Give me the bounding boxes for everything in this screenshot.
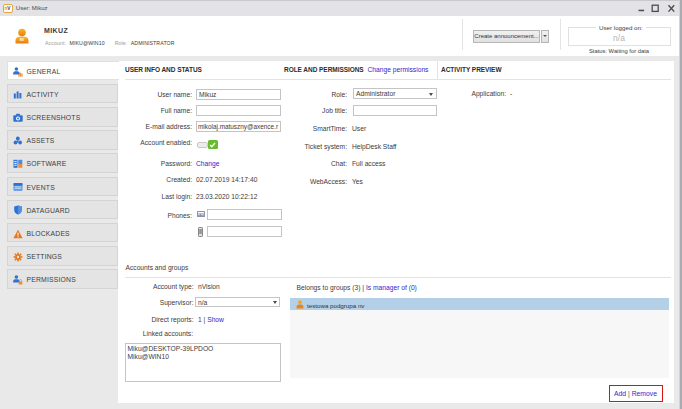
svg-text:NV: NV [20, 38, 25, 42]
